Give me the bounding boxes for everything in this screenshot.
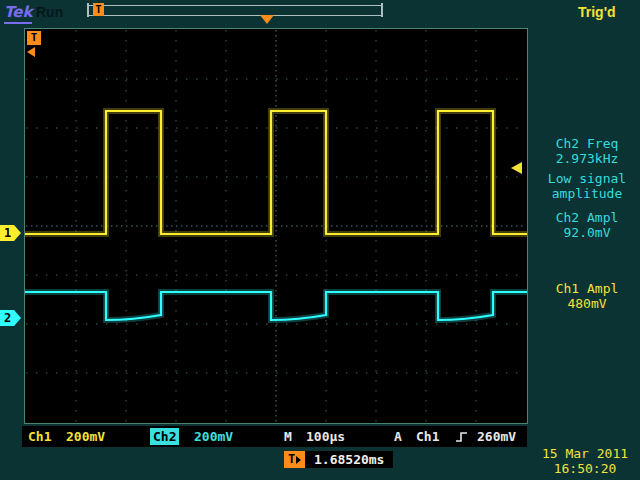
grid-lines xyxy=(26,30,526,422)
timebase-value: 100µs xyxy=(306,426,345,447)
measurement-ch1-ampl: Ch1 Ampl 480mV xyxy=(536,281,638,311)
measurement-value: 480mV xyxy=(536,296,638,311)
delay-arrow-icon xyxy=(296,456,301,464)
warning-low-signal: Low signal amplitude xyxy=(536,171,638,201)
trigger-status: Trig'd xyxy=(578,4,616,20)
trigger-level-value: 260mV xyxy=(477,426,516,447)
date-text: 15 Mar 2011 xyxy=(532,446,638,461)
measurement-ch2-freq: Ch2 Freq 2.973kHz xyxy=(536,136,638,166)
record-view-bar: T xyxy=(88,5,382,16)
trigger-offscreen-arrow-icon xyxy=(27,47,35,57)
trigger-source: Ch1 xyxy=(416,426,439,447)
ch1-position-marker: 1 xyxy=(0,225,25,241)
trigger-mode-label: A xyxy=(394,426,402,447)
delay-indicator: T xyxy=(284,451,305,468)
ch2-scale-value: 200mV xyxy=(194,426,233,447)
trigger-offscreen-indicator: T xyxy=(27,31,41,45)
trigger-level-marker xyxy=(511,162,522,174)
warning-line2: amplitude xyxy=(536,186,638,201)
rising-edge-icon xyxy=(455,430,469,444)
ch1-scale-label: Ch1 xyxy=(28,426,51,447)
measurement-label: Ch2 Freq xyxy=(536,136,638,151)
ch1-scale-value: 200mV xyxy=(66,426,105,447)
datetime: 15 Mar 2011 16:50:20 xyxy=(532,446,638,476)
delay-t-label: T xyxy=(288,451,295,468)
measurement-value: 2.973kHz xyxy=(536,151,638,166)
acquisition-status: Run xyxy=(36,4,63,20)
ch2-position-marker: 2 xyxy=(0,310,25,326)
time-text: 16:50:20 xyxy=(532,461,638,476)
trigger-position-arrow-icon xyxy=(260,15,274,24)
record-trigger-marker: T xyxy=(93,3,104,16)
ch2-selected-badge: Ch2 xyxy=(150,428,179,445)
graticule: T xyxy=(24,28,528,424)
timebase-label: M xyxy=(284,426,292,447)
measurement-label: Ch2 Ampl xyxy=(536,210,638,225)
measurement-value: 92.0mV xyxy=(536,225,638,240)
waveform-display xyxy=(25,29,527,423)
status-bar: Ch1 200mV Ch2 200mV M 100µs A Ch1 260mV xyxy=(22,426,527,447)
measurement-label: Ch1 Ampl xyxy=(536,281,638,296)
tek-logo: Tek xyxy=(4,3,32,24)
measurement-ch2-ampl: Ch2 Ampl 92.0mV xyxy=(536,210,638,240)
warning-line1: Low signal xyxy=(536,171,638,186)
delay-time-readout: 1.68520ms xyxy=(305,451,393,468)
